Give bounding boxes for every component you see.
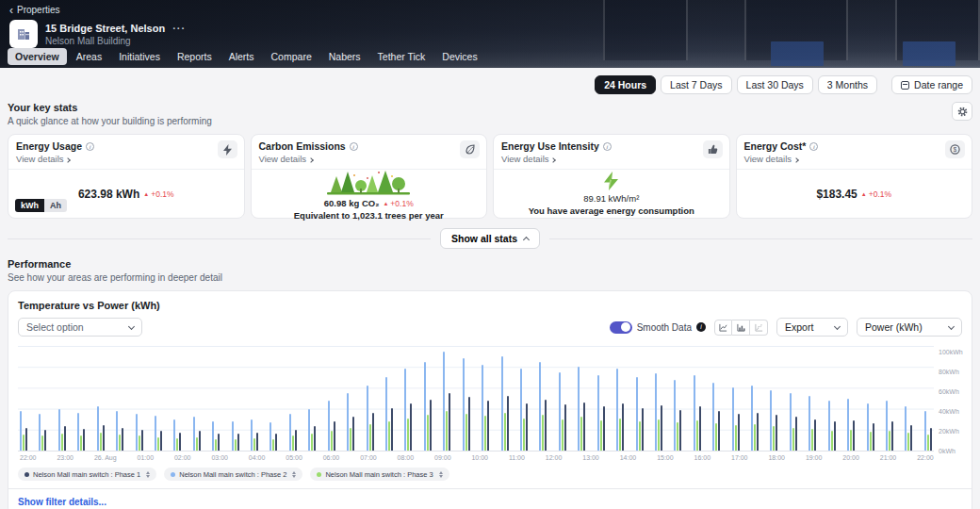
legend-item-phase-1[interactable]: Nelson Mall main switch : Phase 1	[18, 468, 156, 481]
bar-group	[404, 346, 412, 451]
bar	[811, 429, 813, 451]
bar	[757, 413, 759, 451]
bar	[391, 408, 393, 452]
bar	[523, 419, 525, 451]
bar	[404, 369, 406, 451]
bar	[924, 411, 926, 451]
legend-label: Nelson Mall main switch : Phase 3	[325, 470, 433, 479]
view-details-link[interactable]: View details	[259, 154, 480, 164]
property-thumbnail[interactable]	[9, 20, 38, 48]
bar	[116, 411, 118, 451]
trees-illustration	[323, 170, 414, 195]
info-icon[interactable]: i	[350, 142, 358, 151]
property-header: ‹ Properties 15 Bridge Street, Nelson ··…	[0, 0, 980, 68]
view-details-link[interactable]: View details	[16, 154, 237, 164]
coin-icon-button[interactable]: $	[945, 140, 965, 158]
range-last-7-days[interactable]: Last 7 Days	[661, 75, 731, 94]
area-select-dropdown[interactable]: Select option	[18, 318, 142, 337]
bar	[39, 414, 41, 451]
bar	[369, 424, 371, 451]
power-unit-dropdown[interactable]: Power (kWh)	[857, 318, 962, 337]
bar	[446, 411, 448, 451]
bar	[891, 421, 893, 451]
eui-value: 89.91 kWh/m²	[583, 193, 639, 204]
bar	[41, 435, 43, 451]
bar-group	[20, 346, 27, 451]
bar	[176, 438, 178, 451]
x-tick-label: 14:00	[620, 454, 637, 461]
line-chart-button[interactable]	[714, 320, 732, 336]
bolt-icon-button[interactable]	[218, 140, 237, 158]
bar-group	[578, 346, 585, 451]
range-last-30-days[interactable]: Last 30 Days	[737, 75, 813, 94]
tab-devices[interactable]: Devices	[434, 48, 484, 65]
tab-bar: Overview Areas Initiatives Reports Alert…	[8, 48, 485, 65]
tab-reports[interactable]: Reports	[170, 48, 220, 65]
bar	[289, 414, 291, 451]
thumbs-up-icon-button[interactable]	[703, 140, 723, 158]
x-tick-label: 03:00	[211, 454, 228, 461]
tab-alerts[interactable]: Alerts	[221, 48, 262, 65]
chart-title: Temperature vs Power (kWh)	[18, 300, 962, 311]
bar	[64, 426, 66, 451]
view-details-link[interactable]: View details	[501, 154, 722, 164]
y-tick-label: 40kWh	[939, 408, 959, 415]
tab-initiatives[interactable]: Initiatives	[111, 48, 168, 65]
bar	[603, 406, 605, 451]
bar	[776, 415, 777, 451]
legend-item-phase-3[interactable]: Nelson Mall main switch : Phase 3	[310, 468, 449, 481]
tab-tether-tick[interactable]: Tether Tick	[370, 48, 433, 65]
bar	[677, 422, 678, 451]
bar	[808, 396, 810, 451]
bar	[97, 406, 99, 451]
energy-cost-value: $183.45	[816, 188, 857, 201]
bar	[754, 424, 756, 451]
chevron-down-icon	[948, 322, 955, 329]
info-icon[interactable]: i	[809, 142, 818, 151]
legend-item-phase-2[interactable]: Nelson Mall main switch : Phase 2	[164, 468, 302, 481]
range-24-hours[interactable]: 24 Hours	[595, 75, 656, 94]
unit-ah-button[interactable]: Ah	[44, 199, 67, 212]
bar	[790, 393, 792, 451]
step-chart-icon	[755, 323, 763, 332]
tab-areas[interactable]: Areas	[69, 48, 109, 65]
date-range-button[interactable]: Date range	[891, 75, 972, 94]
bar	[910, 425, 912, 451]
info-icon[interactable]: i	[603, 142, 612, 151]
bar	[23, 435, 24, 451]
info-icon[interactable]: i	[86, 142, 94, 151]
stats-settings-button[interactable]	[952, 102, 972, 121]
property-name: 15 Bridge Street, Nelson	[45, 23, 165, 34]
more-menu-button[interactable]: ···	[172, 23, 186, 34]
tab-compare[interactable]: Compare	[264, 48, 319, 65]
bar	[661, 405, 662, 451]
property-subtitle: Nelson Mall Building	[45, 36, 186, 46]
show-filter-details-link[interactable]: Show filter details...	[18, 497, 962, 507]
bar-group	[212, 346, 220, 451]
key-stats-subtitle: A quick glance at how your building is p…	[8, 116, 212, 126]
range-3-months[interactable]: 3 Months	[818, 75, 877, 94]
bar-group	[39, 346, 46, 451]
leaf-icon-button[interactable]	[460, 140, 480, 158]
bar-group	[424, 346, 432, 451]
export-dropdown[interactable]: Export	[776, 318, 848, 337]
step-chart-button[interactable]	[750, 320, 768, 336]
bar	[196, 437, 198, 451]
tab-overview[interactable]: Overview	[8, 48, 67, 65]
bar	[850, 430, 852, 451]
smooth-data-toggle[interactable]	[610, 321, 632, 334]
bar	[179, 433, 181, 451]
chart-plot[interactable]	[18, 346, 934, 452]
bar	[295, 430, 297, 451]
unit-kwh-button[interactable]: kWh	[15, 199, 44, 212]
bar-chart-button[interactable]	[732, 320, 750, 336]
tab-nabers[interactable]: Nabers	[321, 48, 368, 65]
show-all-stats-button[interactable]: Show all stats	[440, 228, 540, 249]
info-icon[interactable]: i	[696, 322, 706, 332]
bar	[468, 397, 470, 451]
carbon-caption: Equivalent to 1,023.1 trees per year	[294, 210, 444, 221]
view-details-link[interactable]: View details	[744, 154, 965, 164]
back-link[interactable]: ‹ Properties	[9, 5, 60, 15]
bar	[694, 375, 695, 451]
bar	[867, 403, 869, 451]
